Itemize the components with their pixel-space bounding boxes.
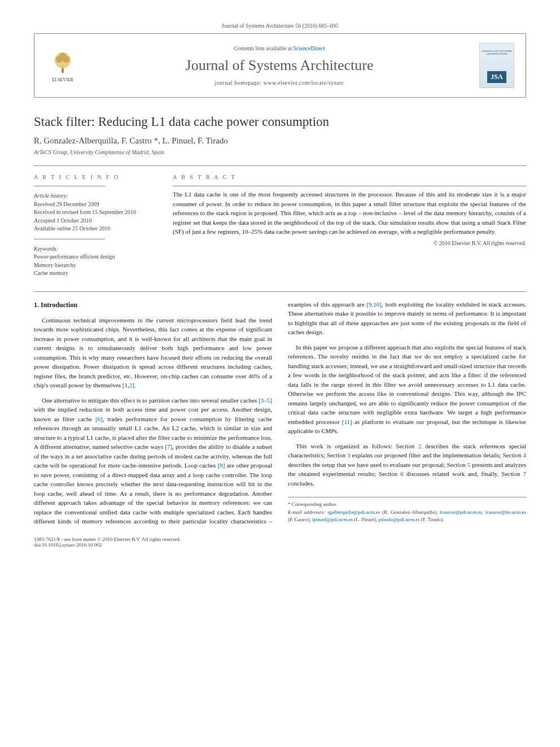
abstract-copyright: © 2010 Elsevier B.V. All rights reserved… bbox=[173, 240, 526, 246]
keyword: Memory hierarchy bbox=[34, 261, 152, 270]
paragraph: Continuous technical improvements in the… bbox=[34, 316, 272, 390]
email-addresses: E-mail addresses: rgalberquilla@pdi.ucm.… bbox=[288, 509, 526, 524]
elsevier-label: ELSEVIER bbox=[52, 77, 73, 82]
ref-link[interactable]: [3–5] bbox=[259, 397, 272, 404]
paragraph: This work is organized as follows: Secti… bbox=[288, 442, 526, 488]
text-run: describes the setup that we have used to… bbox=[288, 461, 467, 468]
ref-link[interactable]: [1,2] bbox=[123, 382, 134, 388]
front-matter-line: 1383-7621/$ - see front matter © 2010 El… bbox=[34, 536, 526, 542]
ref-link[interactable]: [9,10] bbox=[366, 301, 382, 308]
ref-link[interactable]: [8] bbox=[218, 462, 225, 469]
paper-title: Stack filter: Reducing L1 data cache pow… bbox=[34, 115, 526, 129]
journal-title: Journal of Systems Architecture bbox=[91, 57, 468, 74]
corresponding-author: * Corresponding author. bbox=[288, 501, 526, 509]
contents-prefix: Contents lists available at bbox=[234, 45, 293, 51]
homepage-url: www.elsevier.com/locate/sysarc bbox=[264, 80, 344, 86]
text-run: Continuous technical improvements in the… bbox=[34, 317, 272, 389]
text-run: discusses related work and, finally, Sec… bbox=[404, 470, 523, 477]
thumb-title: JOURNAL OF SYSTEMS ARCHITECTURE bbox=[480, 49, 514, 56]
keyword: Power-performance efficient design bbox=[34, 253, 152, 261]
journal-header: ELSEVIER Contents lists available at Sci… bbox=[34, 33, 526, 98]
keyword: Cache memory bbox=[34, 269, 152, 278]
article-info: A R T I C L E I N F O Article history: R… bbox=[34, 174, 152, 278]
body-text: 1. Introduction Continuous technical imp… bbox=[34, 300, 526, 526]
journal-cover-thumb: JOURNAL OF SYSTEMS ARCHITECTURE JSA bbox=[479, 43, 514, 88]
history-line: Available online 25 October 2010 bbox=[34, 225, 152, 233]
affiliation: ArTeCS Group, University Complutense of … bbox=[34, 149, 526, 155]
doi-line: doi:10.1016/j.sysarc.2010.10.002 bbox=[34, 542, 526, 548]
journal-homepage: journal homepage: www.elsevier.com/locat… bbox=[91, 80, 468, 86]
ref-link[interactable]: [11] bbox=[342, 418, 352, 425]
email-link[interactable]: fcastror@pdi.ucm.es bbox=[440, 509, 482, 515]
history-line: Received in revised form 15 September 20… bbox=[34, 208, 152, 217]
keywords-label: Keywords: bbox=[34, 245, 152, 254]
divider bbox=[34, 291, 526, 292]
abstract-text: The L1 data cache is one of the most fre… bbox=[173, 190, 526, 237]
abstract-column: A B S T R A C T The L1 data cache is one… bbox=[173, 174, 526, 278]
abstract-heading: A B S T R A C T bbox=[173, 174, 526, 180]
svg-point-4 bbox=[59, 53, 66, 59]
text-run: concludes. bbox=[288, 480, 314, 487]
sciencedirect-link[interactable]: ScienceDirect bbox=[293, 45, 325, 51]
ref-link[interactable]: [7] bbox=[165, 443, 172, 450]
section-heading: 1. Introduction bbox=[34, 300, 272, 310]
text-run: explains our proposed filter and the imp… bbox=[350, 452, 523, 458]
history-label: Article history: bbox=[34, 192, 152, 200]
thumb-badge: JSA bbox=[487, 71, 506, 83]
author-list: R. Gonzalez-Alberquilla, F. Castro *, L.… bbox=[34, 136, 526, 146]
text-run: . bbox=[134, 382, 136, 388]
ref-link[interactable]: [6] bbox=[95, 416, 103, 422]
section-ref-link[interactable]: 7 bbox=[523, 470, 527, 477]
history-line: Received 29 December 2009 bbox=[34, 200, 152, 209]
divider bbox=[173, 186, 526, 186]
email-link[interactable]: ptirado@pdi.ucm.es bbox=[379, 517, 420, 522]
footnote-block: * Corresponding author. E-mail addresses… bbox=[288, 497, 526, 524]
history-line: Accepted 1 October 2010 bbox=[34, 217, 152, 225]
paragraph: In this paper we propose a different app… bbox=[288, 343, 526, 436]
top-citation: Journal of Systems Architecture 56 (2010… bbox=[34, 23, 526, 29]
text-run: In this paper we propose a different app… bbox=[288, 344, 526, 425]
contents-line: Contents lists available at ScienceDirec… bbox=[91, 45, 468, 51]
text-run: This work is organized as follows: Secti… bbox=[296, 443, 418, 449]
article-info-heading: A R T I C L E I N F O bbox=[34, 174, 152, 180]
email-link[interactable]: fcastror@fis.ucm.es bbox=[485, 509, 526, 515]
page-footer: 1383-7621/$ - see front matter © 2010 El… bbox=[34, 536, 526, 548]
homepage-prefix: journal homepage: bbox=[215, 80, 263, 86]
divider bbox=[34, 186, 105, 186]
section-ref-link[interactable]: 4 bbox=[523, 452, 526, 458]
text-run: One alternative to mitigate this effect … bbox=[42, 397, 259, 404]
elsevier-logo: ELSEVIER bbox=[46, 49, 80, 82]
divider bbox=[34, 239, 105, 239]
elsevier-tree-icon bbox=[49, 49, 76, 76]
email-label: E-mail addresses: bbox=[288, 509, 325, 515]
email-link[interactable]: rgalberquilla@pdi.ucm.es bbox=[327, 509, 380, 515]
email-link[interactable]: lpinuel@pdi.ucm.es bbox=[312, 517, 353, 522]
divider bbox=[34, 165, 526, 166]
